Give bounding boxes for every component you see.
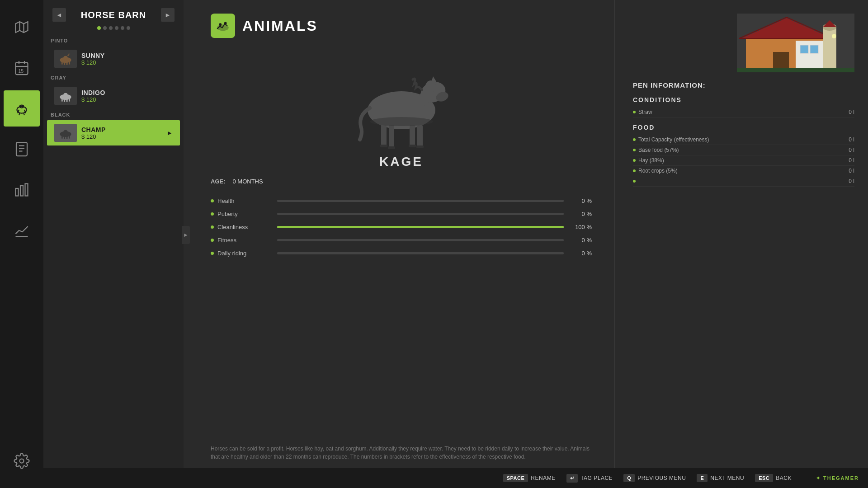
svg-rect-38 [66,136,68,139]
bottom-btn-prev-menu[interactable]: Q PREVIOUS MENU [623,474,686,482]
svg-line-11 [19,113,20,116]
svg-rect-18 [20,186,23,196]
sidebar: 15 [0,0,43,488]
svg-rect-24 [61,61,63,64]
animal-card-indigo[interactable]: INDIGO $ 120 [47,83,180,108]
food-hay-label: Hay (38%) [633,157,664,164]
sidebar-item-map[interactable] [4,9,40,45]
svg-rect-51 [388,146,395,149]
svg-rect-48 [410,125,415,146]
food-extra-label [633,180,638,183]
svg-rect-52 [409,145,416,147]
dot-6 [127,26,130,30]
svg-rect-37 [64,136,65,139]
food-base-label: Base food (57%) [633,147,679,153]
food-root-row: Root crops (5%) 0 l [633,166,854,176]
svg-point-29 [64,93,68,96]
svg-rect-30 [61,99,63,101]
svg-point-23 [64,56,68,59]
sidebar-item-stats[interactable] [4,212,40,249]
stat-dot-health [211,199,214,202]
age-row: AGE: 0 MONTHS [211,178,592,185]
svg-rect-17 [16,188,19,196]
animal-list-panel: ◄ HORSE BARN ► PINTO SUNNY $ 120 GRAY IN… [43,0,184,470]
nav-next-button[interactable]: ► [161,8,175,22]
dot-4 [115,26,118,30]
barn-image [737,14,854,72]
stat-value-health: 0 % [569,197,592,204]
svg-rect-61 [800,45,808,53]
info-text: Horses can be sold for a profit. Horses … [211,436,592,461]
stat-bar-health [277,200,564,202]
stat-value-cleanliness: 100 % [569,224,592,230]
sidebar-item-production[interactable] [4,172,40,208]
category-black: BLACK [43,109,184,119]
food-title: FOOD [633,124,854,131]
stat-row-fitness: Fitness 0 % [211,237,592,244]
conditions-title: CONDITIONS [633,96,854,103]
hay-value: 0 l [849,157,854,164]
bottom-btn-tag-place[interactable]: ↵ TAG PLACE [566,474,613,483]
stat-label-daily-riding: Daily riding [217,250,272,257]
horse-display: KAGE [211,47,592,178]
food-base-row: Base food (57%) 0 l [633,145,854,155]
animals-section-icon [211,14,235,38]
animal-info-indigo: INDIGO $ 120 [81,89,173,103]
sidebar-item-calendar[interactable]: 15 [4,50,40,86]
stat-dot-fitness [211,239,214,242]
animal-info-champ: CHAMP $ 120 [81,126,162,140]
straw-value: 0 l [849,109,854,115]
stat-bar-puberty [277,213,564,215]
svg-rect-31 [64,99,65,102]
stat-value-fitness: 0 % [569,237,592,244]
bottom-btn-back[interactable]: ESC BACK [755,474,792,482]
key-e: E [697,474,708,482]
animal-name-indigo: INDIGO [81,89,173,96]
horse-silhouette [338,52,465,151]
animal-price-sunny: $ 120 [81,59,173,66]
sidebar-item-animals[interactable] [4,90,40,127]
category-pinto: PINTO [43,35,184,45]
dot-3 [109,26,113,30]
hay-dot [633,159,636,162]
stat-bar-fitness [277,239,564,241]
sidebar-item-settings[interactable] [4,443,40,479]
age-label: AGE: [211,178,226,185]
food-total-row: Total Capacity (effectiveness) 0 l [633,135,854,145]
main-content: ANIMALS [184,0,868,470]
svg-rect-33 [69,99,70,101]
stat-row-cleanliness: Cleanliness 100 % [211,224,592,230]
dot-1 [97,26,101,30]
total-capacity-value: 0 l [849,136,854,143]
label-back: BACK [776,475,792,481]
stat-bar-daily-riding [277,252,564,254]
total-dot [633,138,636,141]
animal-card-sunny[interactable]: SUNNY $ 120 [47,46,180,71]
stat-value-daily-riding: 0 % [569,250,592,257]
category-gray: GRAY [43,72,184,82]
animal-card-champ[interactable]: CHAMP $ 120 ► [47,120,180,145]
food-hay-row: Hay (38%) 0 l [633,155,854,166]
label-tag-place: TAG PLACE [580,475,613,481]
vertical-divider [614,0,615,470]
stat-label-health: Health [217,197,272,204]
bottom-btn-next-menu[interactable]: E NEXT MENU [697,474,744,482]
stats-section: Health 0 % Puberty 0 % Cleanliness [211,193,592,267]
straw-dot [633,111,636,113]
stat-fill-cleanliness [277,226,564,228]
label-prev-menu: PREVIOUS MENU [637,475,686,481]
panel-collapse-button[interactable]: ► [182,226,190,244]
panel-header: ◄ HORSE BARN ► [43,0,184,26]
base-dot [633,149,636,151]
stat-row-puberty: Puberty 0 % [211,211,592,217]
stat-row-health: Health 0 % [211,197,592,204]
nav-prev-button[interactable]: ◄ [52,8,66,22]
svg-point-66 [832,34,836,38]
food-extra-row: 0 l [633,176,854,187]
bottom-btn-rename[interactable]: SPACE RENAME [503,474,556,482]
sidebar-item-contracts[interactable] [4,131,40,167]
barn-svg [737,14,854,72]
svg-text:15: 15 [19,68,24,74]
panel-dots [43,26,184,35]
svg-rect-32 [66,99,68,102]
